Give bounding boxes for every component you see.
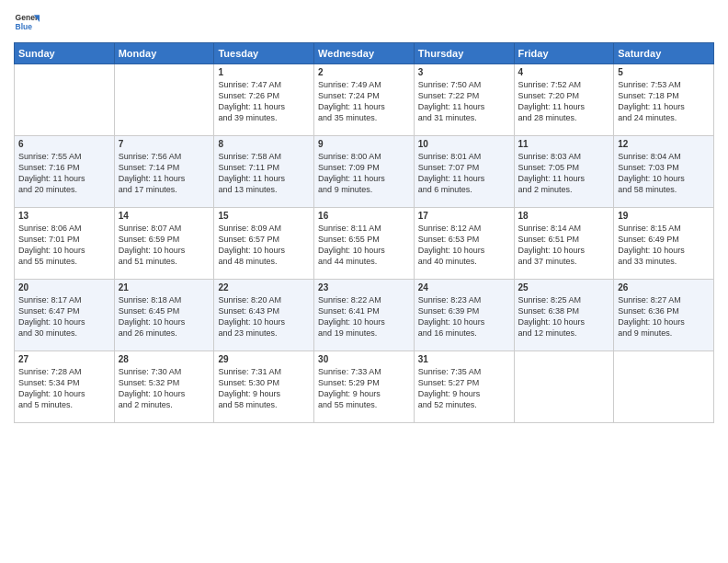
day-cell: 22Sunrise: 8:20 AMSunset: 6:43 PMDayligh… (214, 280, 314, 351)
day-number: 16 (318, 211, 410, 221)
day-info: Sunrise: 8:00 AMSunset: 7:09 PMDaylight:… (318, 151, 410, 196)
day-cell (614, 351, 714, 423)
day-number: 5 (618, 67, 710, 77)
day-cell: 19Sunrise: 8:15 AMSunset: 6:49 PMDayligh… (614, 208, 714, 280)
day-number: 14 (119, 211, 210, 221)
day-number: 10 (418, 139, 510, 149)
day-info: Sunrise: 8:15 AMSunset: 6:49 PMDaylight:… (618, 223, 710, 268)
day-info: Sunrise: 7:33 AMSunset: 5:29 PMDaylight:… (318, 366, 410, 411)
svg-text:General: General (16, 13, 40, 22)
week-row-3: 13Sunrise: 8:06 AMSunset: 7:01 PMDayligh… (15, 208, 714, 280)
day-number: 6 (18, 139, 110, 149)
day-number: 4 (518, 67, 610, 77)
day-header-sunday: Sunday (15, 43, 115, 64)
day-cell: 15Sunrise: 8:09 AMSunset: 6:57 PMDayligh… (214, 208, 314, 280)
day-header-tuesday: Tuesday (214, 43, 314, 64)
day-info: Sunrise: 7:31 AMSunset: 5:30 PMDaylight:… (218, 366, 310, 411)
day-cell: 16Sunrise: 8:11 AMSunset: 6:55 PMDayligh… (314, 208, 415, 280)
day-info: Sunrise: 8:17 AMSunset: 6:47 PMDaylight:… (18, 294, 110, 339)
day-number: 1 (218, 67, 310, 77)
day-header-wednesday: Wednesday (314, 43, 415, 64)
day-cell: 10Sunrise: 8:01 AMSunset: 7:07 PMDayligh… (414, 136, 514, 208)
day-info: Sunrise: 7:58 AMSunset: 7:11 PMDaylight:… (218, 151, 310, 196)
day-number: 17 (418, 211, 510, 221)
day-cell: 9Sunrise: 8:00 AMSunset: 7:09 PMDaylight… (314, 136, 415, 208)
day-number: 21 (119, 282, 210, 293)
day-cell: 31Sunrise: 7:35 AMSunset: 5:27 PMDayligh… (414, 351, 514, 423)
day-cell: 29Sunrise: 7:31 AMSunset: 5:30 PMDayligh… (214, 351, 314, 423)
week-row-4: 20Sunrise: 8:17 AMSunset: 6:47 PMDayligh… (15, 280, 714, 351)
day-cell: 17Sunrise: 8:12 AMSunset: 6:53 PMDayligh… (414, 208, 514, 280)
day-info: Sunrise: 8:09 AMSunset: 6:57 PMDaylight:… (218, 223, 310, 268)
day-info: Sunrise: 7:28 AMSunset: 5:34 PMDaylight:… (18, 366, 110, 411)
day-number: 30 (318, 354, 410, 364)
header: General Blue (14, 9, 714, 35)
day-number: 23 (318, 282, 410, 293)
day-info: Sunrise: 7:47 AMSunset: 7:26 PMDaylight:… (218, 79, 310, 124)
day-number: 28 (119, 354, 210, 364)
day-cell: 21Sunrise: 8:18 AMSunset: 6:45 PMDayligh… (114, 280, 214, 351)
day-info: Sunrise: 8:06 AMSunset: 7:01 PMDaylight:… (18, 223, 110, 268)
day-number: 8 (218, 139, 310, 149)
day-cell: 4Sunrise: 7:52 AMSunset: 7:20 PMDaylight… (514, 64, 614, 136)
day-number: 18 (518, 211, 610, 221)
day-cell: 1Sunrise: 7:47 AMSunset: 7:26 PMDaylight… (214, 64, 314, 136)
day-info: Sunrise: 7:30 AMSunset: 5:32 PMDaylight:… (119, 366, 210, 411)
day-number: 7 (119, 139, 210, 149)
day-cell: 2Sunrise: 7:49 AMSunset: 7:24 PMDaylight… (314, 64, 415, 136)
svg-text:Blue: Blue (16, 22, 33, 31)
day-number: 22 (218, 282, 310, 293)
day-number: 19 (618, 211, 710, 221)
day-cell: 5Sunrise: 7:53 AMSunset: 7:18 PMDaylight… (614, 64, 714, 136)
day-number: 25 (518, 282, 610, 293)
day-number: 12 (618, 139, 710, 149)
day-info: Sunrise: 8:04 AMSunset: 7:03 PMDaylight:… (618, 151, 710, 196)
day-info: Sunrise: 7:53 AMSunset: 7:18 PMDaylight:… (618, 79, 710, 124)
day-cell (514, 351, 614, 423)
day-info: Sunrise: 7:52 AMSunset: 7:20 PMDaylight:… (518, 79, 610, 124)
week-row-2: 6Sunrise: 7:55 AMSunset: 7:16 PMDaylight… (15, 136, 714, 208)
day-header-friday: Friday (514, 43, 614, 64)
day-cell: 26Sunrise: 8:27 AMSunset: 6:36 PMDayligh… (614, 280, 714, 351)
day-cell: 30Sunrise: 7:33 AMSunset: 5:29 PMDayligh… (314, 351, 415, 423)
day-info: Sunrise: 8:20 AMSunset: 6:43 PMDaylight:… (218, 294, 310, 339)
day-info: Sunrise: 8:27 AMSunset: 6:36 PMDaylight:… (618, 294, 710, 339)
day-cell: 25Sunrise: 8:25 AMSunset: 6:38 PMDayligh… (514, 280, 614, 351)
week-row-1: 1Sunrise: 7:47 AMSunset: 7:26 PMDaylight… (15, 64, 714, 136)
day-cell: 27Sunrise: 7:28 AMSunset: 5:34 PMDayligh… (15, 351, 115, 423)
calendar-table: SundayMondayTuesdayWednesdayThursdayFrid… (14, 42, 714, 423)
day-number: 3 (418, 67, 510, 77)
day-info: Sunrise: 7:55 AMSunset: 7:16 PMDaylight:… (18, 151, 110, 196)
day-header-thursday: Thursday (414, 43, 514, 64)
day-info: Sunrise: 8:23 AMSunset: 6:39 PMDaylight:… (418, 294, 510, 339)
day-info: Sunrise: 7:50 AMSunset: 7:22 PMDaylight:… (418, 79, 510, 124)
day-number: 2 (318, 67, 410, 77)
day-info: Sunrise: 8:22 AMSunset: 6:41 PMDaylight:… (318, 294, 410, 339)
day-header-saturday: Saturday (614, 43, 714, 64)
day-number: 24 (418, 282, 510, 293)
day-cell: 14Sunrise: 8:07 AMSunset: 6:59 PMDayligh… (114, 208, 214, 280)
day-info: Sunrise: 8:03 AMSunset: 7:05 PMDaylight:… (518, 151, 610, 196)
day-info: Sunrise: 8:07 AMSunset: 6:59 PMDaylight:… (119, 223, 210, 268)
day-info: Sunrise: 8:12 AMSunset: 6:53 PMDaylight:… (418, 223, 510, 268)
day-cell: 20Sunrise: 8:17 AMSunset: 6:47 PMDayligh… (15, 280, 115, 351)
day-number: 26 (618, 282, 710, 293)
day-cell (114, 64, 214, 136)
day-cell (15, 64, 115, 136)
day-cell: 23Sunrise: 8:22 AMSunset: 6:41 PMDayligh… (314, 280, 415, 351)
header-row: SundayMondayTuesdayWednesdayThursdayFrid… (15, 43, 714, 64)
day-number: 27 (18, 354, 110, 364)
day-number: 31 (418, 354, 510, 364)
day-cell: 28Sunrise: 7:30 AMSunset: 5:32 PMDayligh… (114, 351, 214, 423)
day-info: Sunrise: 7:56 AMSunset: 7:14 PMDaylight:… (119, 151, 210, 196)
logo-icon: General Blue (14, 9, 40, 35)
day-info: Sunrise: 8:11 AMSunset: 6:55 PMDaylight:… (318, 223, 410, 268)
logo: General Blue (14, 9, 43, 35)
day-cell: 11Sunrise: 8:03 AMSunset: 7:05 PMDayligh… (514, 136, 614, 208)
day-cell: 3Sunrise: 7:50 AMSunset: 7:22 PMDaylight… (414, 64, 514, 136)
day-cell: 13Sunrise: 8:06 AMSunset: 7:01 PMDayligh… (15, 208, 115, 280)
day-number: 11 (518, 139, 610, 149)
day-cell: 6Sunrise: 7:55 AMSunset: 7:16 PMDaylight… (15, 136, 115, 208)
day-info: Sunrise: 7:35 AMSunset: 5:27 PMDaylight:… (418, 366, 510, 411)
day-number: 29 (218, 354, 310, 364)
